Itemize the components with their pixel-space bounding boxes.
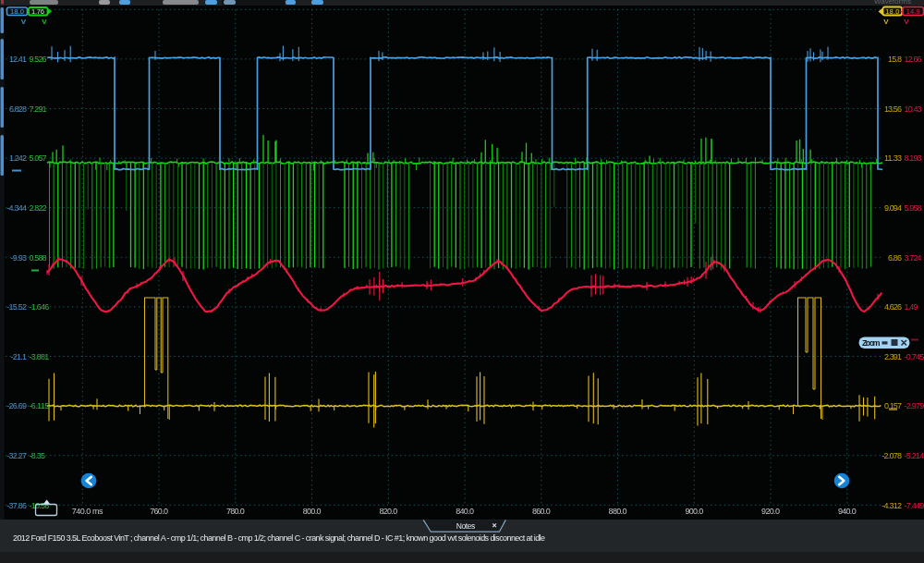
svg-text:Waveforms: Waveforms — [874, 0, 911, 6]
svg-text:12.41: 12.41 — [9, 55, 27, 64]
svg-text:-2.078: -2.078 — [881, 451, 902, 460]
svg-text:11.33: 11.33 — [884, 153, 902, 163]
svg-text:1.49: 1.49 — [905, 302, 918, 312]
svg-text:1.242: 1.242 — [9, 153, 27, 163]
svg-text:4.626: 4.626 — [884, 302, 902, 312]
svg-text:Zoom: Zoom — [862, 338, 881, 348]
svg-text:-0.745: -0.745 — [905, 352, 924, 361]
svg-text:-6.115: -6.115 — [30, 401, 50, 410]
svg-text:-32.27: -32.27 — [6, 451, 27, 460]
svg-text:820.0: 820.0 — [379, 507, 397, 516]
svg-text:8.193: 8.193 — [905, 153, 922, 163]
svg-text:-9.93: -9.93 — [11, 253, 27, 263]
svg-text:18.0: 18.0 — [885, 7, 899, 16]
svg-text:14.9: 14.9 — [906, 7, 920, 16]
svg-text:-2.979: -2.979 — [905, 401, 924, 410]
svg-text:840.0: 840.0 — [456, 507, 474, 516]
svg-text:-3.881: -3.881 — [30, 352, 50, 361]
svg-text:-4.344: -4.344 — [6, 203, 27, 213]
svg-text:V: V — [42, 18, 47, 26]
svg-text:-26.69: -26.69 — [6, 401, 27, 410]
svg-text:10.43: 10.43 — [905, 104, 922, 114]
svg-text:800.0: 800.0 — [303, 507, 322, 516]
svg-text:18.0: 18.0 — [10, 7, 24, 16]
svg-text:-1.646: -1.646 — [30, 302, 50, 312]
svg-text:5.057: 5.057 — [30, 153, 47, 163]
svg-text:12.66: 12.66 — [905, 55, 922, 64]
svg-text:0.588: 0.588 — [30, 253, 47, 263]
svg-text:2.822: 2.822 — [30, 203, 47, 213]
svg-text:780.0: 780.0 — [226, 507, 245, 516]
svg-text:940.0: 940.0 — [838, 507, 857, 516]
svg-text:900.0: 900.0 — [685, 507, 703, 516]
svg-text:0.157: 0.157 — [884, 401, 902, 410]
svg-text:5.958: 5.958 — [905, 203, 922, 213]
svg-text:9.526: 9.526 — [30, 55, 47, 64]
svg-text:V: V — [883, 18, 889, 26]
svg-text:7.291: 7.291 — [30, 104, 47, 114]
svg-text:-15.52: -15.52 — [6, 302, 27, 312]
svg-text:-21.1: -21.1 — [11, 352, 27, 361]
svg-text:-4.312: -4.312 — [881, 501, 902, 510]
svg-text:-8.35: -8.35 — [30, 451, 45, 460]
svg-text:13.56: 13.56 — [884, 104, 902, 114]
svg-text:V: V — [21, 18, 27, 26]
svg-text:V: V — [904, 18, 909, 26]
svg-text:-5.214: -5.214 — [905, 451, 924, 460]
svg-text:2012 Ford F150 3.5L Ecoboost V: 2012 Ford F150 3.5L Ecoboost VinT ; chan… — [13, 533, 545, 543]
svg-text:-7.449: -7.449 — [905, 501, 924, 510]
svg-text:9.094: 9.094 — [884, 203, 902, 213]
svg-text:Notes: Notes — [456, 521, 476, 531]
svg-text:-37.86: -37.86 — [6, 501, 27, 510]
svg-text:15.8: 15.8 — [888, 55, 902, 64]
svg-text:3.724: 3.724 — [905, 253, 922, 263]
svg-text:6.86: 6.86 — [888, 253, 902, 263]
svg-text:1.76: 1.76 — [31, 7, 44, 16]
svg-text:6.828: 6.828 — [9, 104, 27, 114]
svg-text:920.0: 920.0 — [761, 507, 780, 516]
svg-text:2.391: 2.391 — [884, 352, 902, 361]
svg-text:860.0: 860.0 — [532, 507, 551, 516]
svg-text:880.0: 880.0 — [609, 507, 627, 516]
svg-text:760.0: 760.0 — [150, 507, 168, 516]
svg-text:740.0 ms: 740.0 ms — [72, 507, 103, 516]
